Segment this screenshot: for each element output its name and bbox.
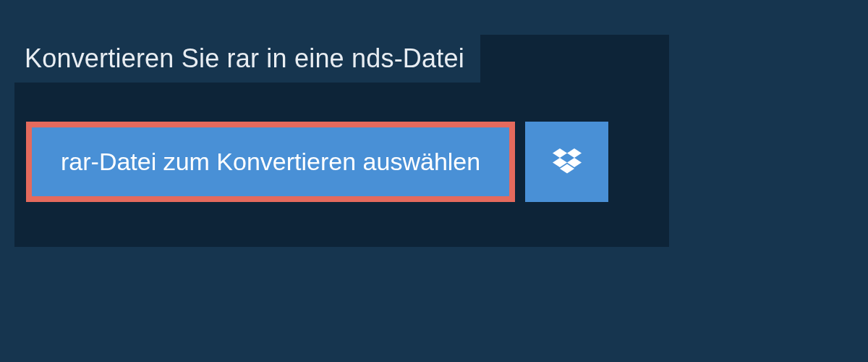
converter-panel: Konvertieren Sie rar in eine nds-Datei r… bbox=[14, 35, 669, 247]
dropbox-icon bbox=[553, 148, 582, 176]
select-file-button-label: rar-Datei zum Konvertieren auswählen bbox=[61, 148, 480, 176]
title-bar: Konvertieren Sie rar in eine nds-Datei bbox=[14, 35, 480, 83]
page-title: Konvertieren Sie rar in eine nds-Datei bbox=[25, 43, 464, 74]
dropbox-button[interactable] bbox=[525, 122, 608, 202]
select-file-button[interactable]: rar-Datei zum Konvertieren auswählen bbox=[26, 122, 515, 202]
button-row: rar-Datei zum Konvertieren auswählen bbox=[26, 122, 608, 202]
